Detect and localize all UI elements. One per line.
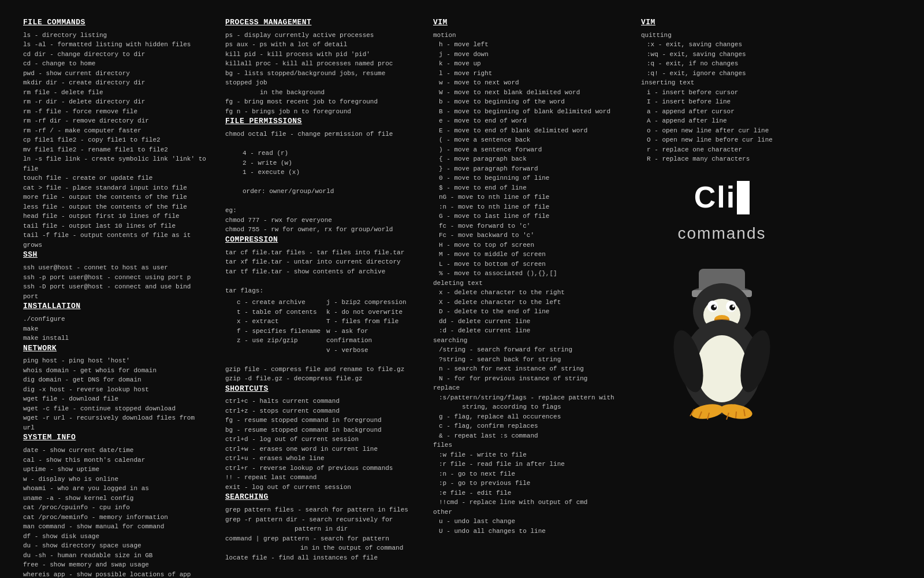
- column-3: VIM motion h - move left j - move down k…: [433, 17, 624, 578]
- section-shortcuts: SHORTCUTS ctrl+c - halts current command…: [225, 384, 416, 492]
- section-content-vim-col3: motion h - move left j - move down k - m…: [433, 31, 624, 536]
- section-file-commands: FILE COMMANDS ls - directory listing ls …: [23, 17, 208, 250]
- section-content-searching: grep pattern files - search for pattern …: [225, 505, 416, 562]
- column-2: PROCESS MANAGEMENT ps - display currentl…: [225, 17, 416, 578]
- section-system-info: SYSTEM INFO date - show current date/tim…: [23, 432, 208, 578]
- section-content-network: ping host - ping host 'host' whois domai…: [23, 356, 208, 432]
- svg-point-9: [714, 305, 716, 307]
- section-title-ssh: SSH: [23, 250, 208, 261]
- section-title-searching: SEARCHING: [225, 492, 416, 503]
- section-installation: INSTALLATION ./configure make make insta…: [23, 301, 208, 343]
- tar-flags-grid: c - create archive t - table of contents…: [231, 298, 416, 355]
- section-title-installation: INSTALLATION: [23, 301, 208, 312]
- section-title-shortcuts: SHORTCUTS: [225, 384, 416, 395]
- section-title-system-info: SYSTEM INFO: [23, 432, 208, 443]
- tux-penguin-svg: [658, 260, 785, 422]
- section-network: NETWORK ping host - ping host 'host' who…: [23, 343, 208, 433]
- section-title-network: NETWORK: [23, 343, 208, 354]
- section-content-system-info: date - show current date/time cal - show…: [23, 446, 208, 578]
- column-1: FILE COMMANDS ls - directory listing ls …: [23, 17, 208, 578]
- cli-cursor: [737, 181, 750, 214]
- column-4: VIM quitting :x - exit, saving changes :…: [641, 17, 803, 578]
- commands-text: commands: [678, 222, 766, 246]
- section-title-vim-col3: VIM: [433, 17, 624, 28]
- svg-point-10: [732, 305, 735, 307]
- section-process-management: PROCESS MANAGEMENT ps - display currentl…: [225, 17, 416, 116]
- section-content-shortcuts: ctrl+c - halts current command ctrl+z - …: [225, 397, 416, 492]
- section-title-vim-col4: VIM: [641, 17, 803, 28]
- section-title-compression: COMPRESSION: [225, 235, 416, 246]
- section-title-file-commands: FILE COMMANDS: [23, 17, 208, 28]
- cli-text: Cli: [694, 176, 736, 219]
- section-content-compression: tar cf file.tar files - tar files into f…: [225, 248, 416, 384]
- section-content-process-management: ps - display currently active processes …: [225, 31, 416, 117]
- section-title-file-permissions: FILE PERMISSIONS: [225, 116, 416, 127]
- section-ssh: SSH ssh user@host - connet to host as us…: [23, 250, 208, 301]
- section-content-vim-col4: quitting :x - exit, saving changes :wq -…: [641, 31, 803, 164]
- svg-point-8: [729, 305, 735, 310]
- section-title-process-management: PROCESS MANAGEMENT: [225, 17, 416, 28]
- section-compression: COMPRESSION tar cf file.tar files - tar …: [225, 235, 416, 384]
- main-grid: FILE COMMANDS ls - directory listing ls …: [23, 17, 901, 578]
- svg-point-14: [696, 335, 747, 402]
- svg-line-23: [736, 412, 736, 418]
- section-searching: SEARCHING grep pattern files - search fo…: [225, 492, 416, 562]
- penguin-svg: [658, 260, 785, 425]
- section-content-installation: ./configure make make install: [23, 314, 208, 343]
- svg-point-7: [711, 305, 717, 310]
- penguin-area: Cli commands: [641, 176, 803, 425]
- cli-logo: Cli: [694, 176, 750, 219]
- section-content-file-permissions: chmod octal file - change permission of …: [225, 129, 416, 235]
- section-file-permissions: FILE PERMISSIONS chmod octal file - chan…: [225, 116, 416, 234]
- section-content-file-commands: ls - directory listing ls -al - formatte…: [23, 31, 208, 250]
- section-content-ssh: ssh user@host - connet to host as user s…: [23, 263, 208, 301]
